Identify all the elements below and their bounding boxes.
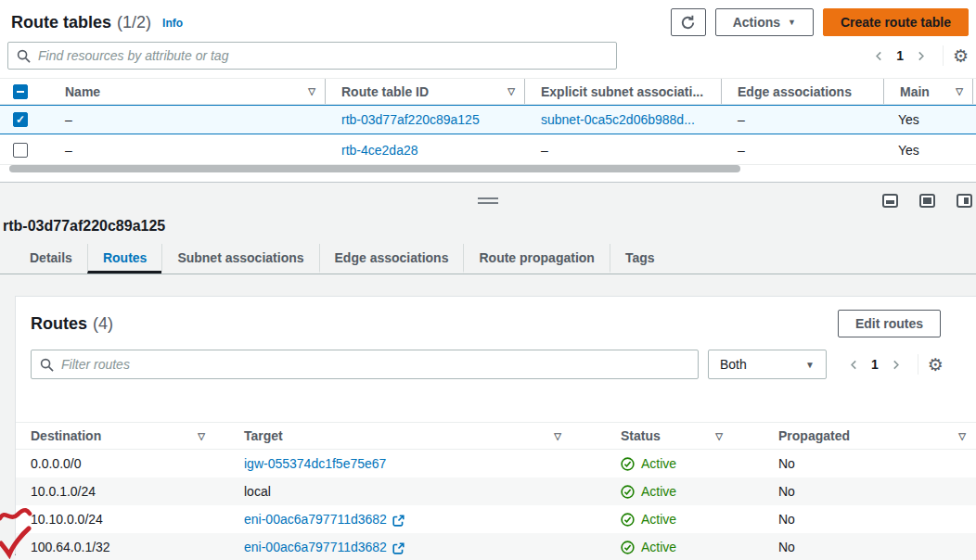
routes-scope-select[interactable]: Both ▼	[708, 350, 827, 379]
create-route-table-button[interactable]: Create route table	[823, 8, 969, 36]
column-header-explicit-subnet[interactable]: Explicit subnet associati...	[524, 79, 721, 104]
column-header-destination[interactable]: Destination▽	[16, 423, 229, 449]
panel-bottom-layout-button[interactable]	[882, 194, 898, 208]
chevron-right-icon	[891, 359, 901, 371]
tab-route-propagation[interactable]: Route propagation	[463, 244, 609, 274]
edit-routes-button[interactable]: Edit routes	[838, 310, 941, 337]
column-header-status[interactable]: Status▽	[606, 423, 764, 449]
table-row[interactable]: – rtb-4ce2da28 – – Yes	[0, 135, 976, 165]
panel-side-layout-button[interactable]	[957, 194, 972, 208]
external-link-icon[interactable]	[392, 542, 405, 554]
tab-subnet-associations[interactable]: Subnet associations	[161, 244, 318, 274]
tab-edge-associations[interactable]: Edge associations	[319, 244, 464, 274]
propagated-cell: No	[764, 533, 976, 560]
resource-search-box	[7, 42, 617, 70]
route-row: 10.0.1.0/24 local Active No	[16, 477, 976, 505]
actions-button[interactable]: Actions ▼	[715, 8, 814, 36]
top-pagination: 1 ⚙	[867, 44, 969, 68]
pagination-current-page[interactable]: 1	[866, 357, 884, 372]
actions-button-label: Actions	[733, 15, 780, 30]
tab-routes[interactable]: Routes	[87, 244, 161, 274]
route-table-id-cell: rtb-4ce2da28	[325, 135, 524, 164]
sort-icon: ▽	[507, 86, 515, 96]
row-checkbox[interactable]	[13, 143, 28, 158]
routes-card: Routes (4) Edit routes Both ▼	[15, 296, 976, 555]
status-active-icon	[621, 485, 635, 499]
route-table-id-link[interactable]: rtb-03d77af220c89a125	[341, 112, 480, 127]
table-settings-gear-button[interactable]: ⚙	[953, 47, 969, 65]
routes-table-body: 0.0.0.0/0 igw-055374dc1f5e75e67 Active N…	[16, 450, 976, 560]
routes-filter-row: Both ▼ 1 ⚙	[16, 350, 976, 379]
sort-icon: ▽	[308, 86, 315, 96]
route-table-id-link[interactable]: rtb-4ce2da28	[341, 143, 418, 158]
chevron-right-icon	[916, 50, 926, 62]
tab-tags[interactable]: Tags	[610, 244, 670, 274]
target-link[interactable]: eni-00ac6a797711d3682	[244, 512, 387, 527]
routes-filter-box	[31, 350, 699, 379]
column-header-edge-associations[interactable]: Edge associations	[721, 79, 883, 104]
status-cell: Active	[606, 533, 764, 560]
explicit-subnet-cell: –	[524, 135, 721, 164]
sort-icon: ▽	[198, 431, 205, 441]
pagination-prev-button[interactable]	[867, 44, 891, 68]
routes-count: (4)	[93, 314, 113, 334]
caret-down-icon: ▼	[788, 18, 796, 27]
main-cell: Yes	[883, 106, 972, 134]
routes-title: Routes	[31, 314, 87, 334]
table-row[interactable]: ✓ – rtb-03d77af220c89a125 subnet-0ca5c2d…	[0, 105, 976, 134]
info-link[interactable]: Info	[162, 17, 183, 30]
toolbar: Actions ▼ Create route table	[671, 8, 969, 36]
edge-associations-cell: –	[721, 106, 883, 134]
route-row: 0.0.0.0/0 igw-055374dc1f5e75e67 Active N…	[16, 450, 976, 477]
destination-cell: 10.0.1.0/24	[16, 477, 229, 505]
page-title: Route tables	[11, 13, 111, 32]
pagination-next-button[interactable]	[909, 44, 933, 68]
route-tables-pane: Route tables (1/2) Info Actions ▼ Create…	[0, 0, 976, 182]
route-row: 100.64.0.1/32 eni-00ac6a797711d3682 Acti…	[16, 533, 976, 560]
refresh-icon	[680, 15, 696, 31]
destination-cell: 100.64.0.1/32	[16, 533, 229, 560]
column-header-propagated[interactable]: Propagated▽	[764, 423, 976, 449]
column-header-name[interactable]: Name▽	[52, 79, 325, 104]
panel-layout-controls	[882, 194, 972, 208]
divider	[943, 45, 944, 66]
divider	[918, 354, 918, 375]
detail-tabs: Details Routes Subnet associations Edge …	[0, 244, 976, 274]
pagination-next-button[interactable]	[884, 352, 908, 376]
column-header-target[interactable]: Target▽	[229, 423, 606, 449]
tab-details[interactable]: Details	[15, 244, 87, 274]
column-header-route-table-id[interactable]: Route table ID▽	[325, 79, 524, 104]
chevron-left-icon	[849, 359, 859, 371]
search-icon	[17, 49, 31, 63]
pagination-current-page[interactable]: 1	[891, 48, 909, 63]
caret-down-icon: ▼	[805, 360, 815, 370]
horizontal-scrollbar-thumb[interactable]	[9, 165, 740, 172]
pagination-prev-button[interactable]	[841, 352, 866, 376]
route-tables-screen: Route tables (1/2) Info Actions ▼ Create…	[0, 0, 976, 560]
split-panel-drag-handle[interactable]	[476, 196, 500, 206]
target-link[interactable]: eni-00ac6a797711d3682	[244, 540, 387, 554]
routes-settings-gear-button[interactable]: ⚙	[928, 356, 944, 374]
routes-filter-input[interactable]	[32, 350, 698, 378]
refresh-button[interactable]	[671, 8, 706, 36]
extra-cell	[972, 106, 976, 134]
panel-full-layout-button[interactable]	[919, 194, 935, 208]
routes-pagination: 1 ⚙	[841, 352, 944, 376]
extra-cell	[972, 135, 976, 164]
subnet-association-link[interactable]: subnet-0ca5c2d06b988d...	[541, 112, 695, 127]
route-table-id-cell: rtb-03d77af220c89a125	[325, 106, 524, 134]
target-link[interactable]: igw-055374dc1f5e75e67	[244, 456, 386, 471]
propagated-cell: No	[764, 505, 976, 533]
row-checkbox[interactable]: ✓	[13, 112, 28, 127]
propagated-cell: No	[764, 450, 976, 477]
select-all-checkbox[interactable]	[13, 84, 28, 99]
destination-cell: 10.10.0.0/24	[16, 505, 229, 533]
name-cell: –	[52, 135, 325, 164]
resource-search-input[interactable]	[8, 43, 616, 69]
routes-card-header: Routes (4) Edit routes	[16, 297, 976, 337]
column-header-main[interactable]: Main▽	[883, 79, 972, 104]
sort-icon: ▽	[958, 431, 966, 441]
external-link-icon[interactable]	[392, 515, 405, 527]
status-cell: Active	[606, 450, 764, 477]
routes-scope-value: Both	[720, 357, 747, 372]
